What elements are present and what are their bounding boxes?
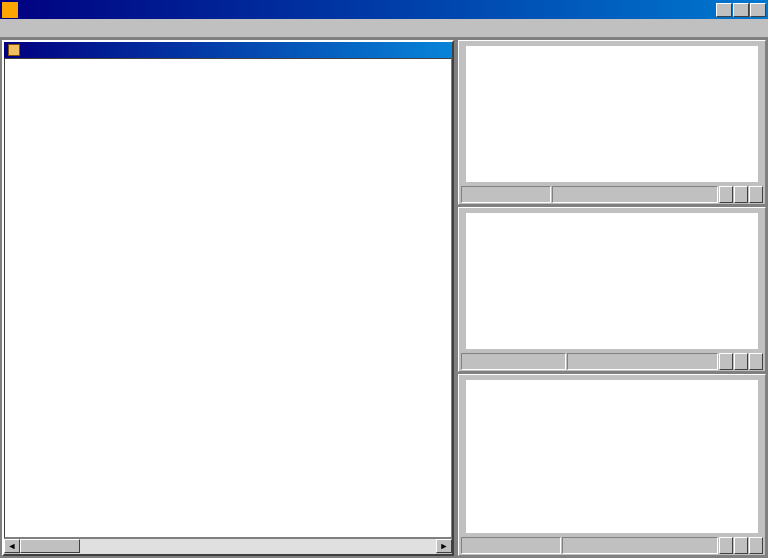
graph-cursor-readout — [461, 353, 566, 370]
graph-mode-label — [562, 537, 718, 554]
graph-rec-button[interactable] — [749, 353, 763, 370]
graph-extra-button[interactable] — [749, 186, 763, 203]
workspace: ◄ ► — [0, 38, 768, 558]
graph-panel-fft — [458, 207, 766, 372]
maximize-button[interactable] — [733, 3, 749, 17]
graph-plot-fft[interactable] — [465, 212, 759, 350]
app-icon — [2, 2, 18, 18]
graph-panel-time — [458, 40, 766, 205]
graph-extra-button[interactable] — [749, 537, 763, 554]
graph-autoscale-button[interactable] — [734, 353, 748, 370]
graph-lin-button[interactable] — [719, 537, 733, 554]
scroll-left-button[interactable]: ◄ — [4, 539, 20, 553]
minimize-button[interactable] — [716, 3, 732, 17]
graph-statusbar-fft — [459, 352, 765, 371]
graph-statusbar-time — [459, 185, 765, 204]
menubar — [0, 19, 768, 38]
graph-plot-dual[interactable] — [465, 379, 759, 534]
graph-autoscale-button[interactable] — [734, 186, 748, 203]
horizontal-scrollbar[interactable]: ◄ ► — [4, 538, 452, 554]
graph-mode-label — [567, 353, 718, 370]
graph-panel-dual — [458, 374, 766, 556]
scroll-right-button[interactable]: ► — [436, 539, 452, 553]
graph-cursor-readout — [461, 537, 561, 554]
right-pane — [456, 38, 768, 558]
graph-lin-button[interactable] — [719, 353, 733, 370]
code-body[interactable] — [4, 58, 452, 538]
graph-mode-label — [552, 186, 718, 203]
graph-cursor-readout — [461, 186, 551, 203]
graph-plot-time[interactable] — [465, 45, 759, 183]
graph-statusbar-dual — [459, 536, 765, 555]
code-editor-window: ◄ ► — [2, 40, 454, 556]
scroll-thumb[interactable] — [20, 539, 80, 553]
graph-autoscale-button[interactable] — [734, 537, 748, 554]
editor-titlebar[interactable] — [4, 42, 452, 58]
graph-lin-button[interactable] — [719, 186, 733, 203]
file-c-icon — [8, 44, 20, 56]
left-pane: ◄ ► — [0, 38, 456, 558]
close-button[interactable] — [750, 3, 766, 17]
window-titlebar — [0, 0, 768, 19]
scroll-track[interactable] — [20, 539, 436, 554]
